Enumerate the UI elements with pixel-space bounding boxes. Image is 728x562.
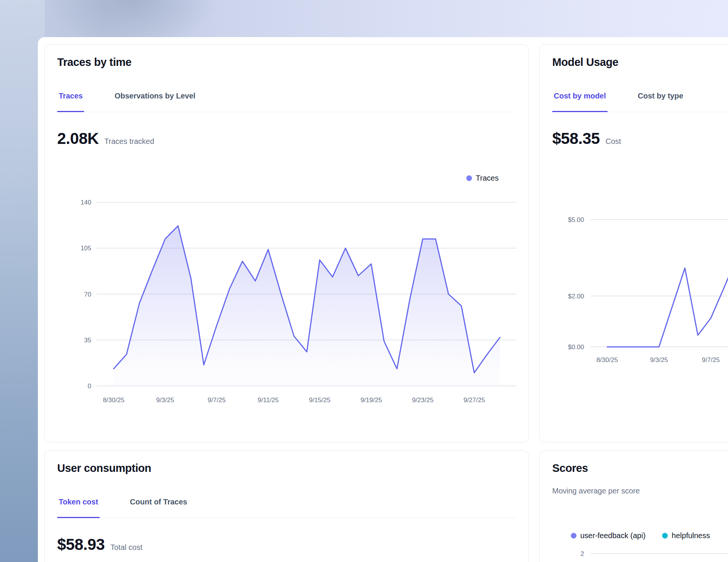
legend-item-traces: Traces [466,174,498,183]
legend-dot-icon [662,533,668,539]
svg-text:8/30/25: 8/30/25 [597,356,618,364]
model-usage-metric: $58.35 Cost [552,130,728,147]
scores-card: Scores Moving average per score user-fee… [539,450,728,562]
model-usage-line-chart: $0.00$2.00$5.008/30/259/3/259/7/25 [552,201,728,379]
traces-metric-label: Traces tracked [105,137,155,146]
svg-text:9/23/25: 9/23/25 [412,397,434,404]
legend-dot-icon [571,533,576,539]
legend-label: helpfulness [672,531,710,540]
model-usage-card: Model Usage Cost by model Cost by type $… [539,44,728,442]
user-consumption-card: User consumption Token cost Count of Tra… [44,450,529,562]
svg-text:70: 70 [84,290,91,298]
legend-label: Traces [476,174,498,183]
svg-text:9/19/25: 9/19/25 [361,397,382,404]
svg-text:8/30/25: 8/30/25 [103,397,125,404]
model-usage-metric-value: $58.35 [552,130,600,147]
user-consumption-card-title: User consumption [57,461,516,475]
svg-text:9/3/25: 9/3/25 [156,397,174,404]
svg-text:35: 35 [84,336,91,343]
legend-label: user-feedback (api) [580,531,645,540]
traces-chart-legend: Traces [466,174,515,183]
tab-cost-by-model[interactable]: Cost by model [552,91,608,112]
traces-metric: 2.08K Traces tracked [57,130,516,147]
svg-text:9/15/25: 9/15/25 [309,397,331,404]
scores-card-title: Scores [552,461,728,475]
tab-traces[interactable]: Traces [57,91,84,112]
svg-text:$2.00: $2.00 [568,292,584,300]
traces-line-chart: 035701051408/30/259/3/259/7/259/11/259/1… [57,173,517,408]
svg-text:$0.00: $0.00 [568,343,584,351]
traces-by-time-card: Traces by time Traces Observations by Le… [44,44,529,442]
svg-text:0: 0 [88,382,91,390]
legend-item-user-feedback: user-feedback (api) [571,531,645,540]
model-usage-metric-label: Cost [605,137,621,146]
svg-text:2: 2 [581,550,584,557]
svg-text:9/7/25: 9/7/25 [208,397,225,404]
user-consumption-tabs: Token cost Count of Traces [57,497,516,518]
svg-text:9/11/25: 9/11/25 [258,397,278,404]
dashboard-panel: Traces by time Traces Observations by Le… [38,37,728,562]
tab-observations-by-level[interactable]: Observations by Level [113,91,197,112]
user-consumption-metric-label: Total cost [110,543,142,552]
tab-cost-by-type[interactable]: Cost by type [636,91,685,112]
traces-card-title: Traces by time [57,55,516,69]
model-usage-card-title: Model Usage [552,55,728,69]
legend-dot-icon [466,175,472,181]
traces-card-tabs: Traces Observations by Level [57,91,516,112]
traces-metric-value: 2.08K [57,130,99,147]
model-usage-tabs: Cost by model Cost by type [552,91,728,112]
tab-token-cost[interactable]: Token cost [57,497,100,518]
svg-text:$5.00: $5.00 [568,216,584,223]
scores-card-subtitle: Moving average per score [552,485,728,496]
svg-text:9/3/25: 9/3/25 [650,356,668,364]
svg-text:105: 105 [81,245,91,252]
legend-item-helpfulness: helpfulness [662,531,710,540]
tab-count-of-traces[interactable]: Count of Traces [128,497,189,518]
scores-chart-legend: user-feedback (api) helpfulness [571,531,728,540]
svg-text:140: 140 [81,199,91,206]
svg-text:9/7/25: 9/7/25 [702,356,720,364]
user-consumption-metric: $58.93 Total cost [57,536,516,553]
user-consumption-metric-value: $58.93 [57,536,105,553]
svg-text:9/27/25: 9/27/25 [464,397,485,404]
scores-chart-clipped: 2 [552,546,728,562]
